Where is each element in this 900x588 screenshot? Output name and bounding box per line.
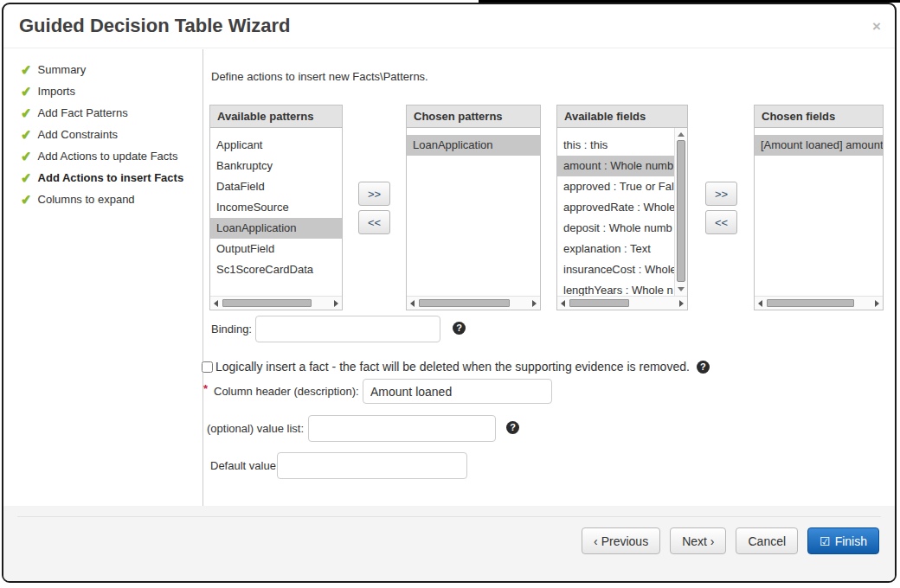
step-add-actions-update[interactable]: ✔Add Actions to update Facts [21,150,202,163]
remove-field-button[interactable]: << [705,210,737,234]
check-icon: ✔ [20,61,32,78]
list-header: Chosen patterns [407,105,540,128]
default-value-input[interactable] [277,452,467,479]
horizontal-scrollbar[interactable] [407,296,540,310]
finish-label: Finish [835,534,867,548]
next-button[interactable]: Next › [670,527,726,554]
remove-pattern-button[interactable]: << [358,210,390,234]
step-add-fact-patterns[interactable]: ✔Add Fact Patterns [21,106,202,119]
step-label: Add Constraints [38,128,119,141]
step-add-constraints[interactable]: ✔Add Constraints [21,128,202,141]
add-pattern-button[interactable]: >> [358,182,390,206]
list-item[interactable]: LoanApplication [407,135,540,156]
binding-input[interactable] [255,316,440,342]
cancel-button[interactable]: Cancel [736,527,798,554]
value-list-input[interactable] [308,415,496,442]
help-icon[interactable]: ? [697,361,710,374]
check-icon: ✔ [20,148,32,164]
list-item[interactable]: DataField [210,176,342,197]
add-field-button[interactable]: >> [705,182,737,206]
scroll-right-icon[interactable] [875,300,879,307]
step-imports[interactable]: ✔Imports [21,85,202,98]
list-body: LoanApplication [407,128,540,296]
step-label: Add Fact Patterns [38,106,128,119]
step-label: Summary [38,63,87,76]
scroll-right-icon[interactable] [334,300,338,307]
list-item[interactable]: LoanApplication [210,218,342,239]
step-summary[interactable]: ✔Summary [21,63,202,76]
list-body: [Amount loaned] amount [755,128,883,296]
list-item[interactable]: OutputField [210,239,342,259]
vertical-scrollbar[interactable] [674,128,687,296]
scroll-right-icon[interactable] [532,300,537,307]
horizontal-scrollbar[interactable] [210,296,342,310]
dialog-footer: ‹ Previous Next › Cancel ☑Finish [3,506,895,581]
list-item[interactable]: lengthYears : Whole n [557,280,674,296]
dialog-header: Guided Decision Table Wizard × [3,4,895,48]
list-item[interactable]: this : this [557,135,674,156]
list-header: Available fields [557,105,687,128]
column-header-label: Column header (description): [214,385,359,398]
list-item[interactable]: Applicant [210,135,342,156]
logical-insert-row: Logically insert a fact - the fact will … [202,360,710,374]
scroll-left-icon[interactable] [410,300,415,307]
chosen-patterns-list: Chosen patterns LoanApplication [406,105,541,310]
check-icon: ✔ [20,105,32,121]
list-item[interactable]: IncomeSource [210,197,342,218]
list-item[interactable]: insuranceCost : Whole [557,259,674,280]
scroll-left-icon[interactable] [758,300,762,307]
horizontal-scrollbar[interactable] [755,296,883,310]
wizard-dialog: Guided Decision Table Wizard × ✔Summary … [2,3,897,583]
list-item[interactable]: amount : Whole numb [557,156,674,176]
close-icon[interactable]: × [872,18,881,35]
available-patterns-list: Available patterns Applicant Bankruptcy … [209,105,343,310]
column-header-input[interactable] [363,379,552,404]
list-item[interactable]: Sc1ScoreCardData [210,259,342,280]
logical-insert-checkbox[interactable] [202,361,213,373]
check-icon: ✔ [20,191,32,208]
list-item[interactable]: deposit : Whole numb [557,218,674,239]
required-marker: * [203,382,208,395]
list-item[interactable]: [Amount loaned] amount [755,135,883,156]
list-item[interactable]: approvedRate : Whole [557,197,674,218]
previous-button[interactable]: ‹ Previous [582,527,660,554]
chosen-fields-list: Chosen fields [Amount loaned] amount [754,105,884,310]
step-label: Columns to expand [38,193,135,206]
scroll-up-icon[interactable] [678,132,685,137]
check-icon: ✔ [20,126,32,143]
scrollbar-thumb[interactable] [222,299,312,307]
help-icon[interactable]: ? [453,322,466,335]
list-header: Available patterns [210,105,342,128]
scroll-left-icon[interactable] [561,300,565,307]
step-label: Imports [38,85,75,98]
scrollbar-thumb[interactable] [767,299,854,307]
step-columns-to-expand[interactable]: ✔Columns to expand [21,193,202,206]
list-body: Applicant Bankruptcy DataField IncomeSou… [210,128,342,296]
scrollbar-thumb[interactable] [419,299,510,307]
scrollbar-thumb[interactable] [677,140,685,282]
scroll-left-icon[interactable] [214,300,218,307]
finish-button[interactable]: ☑Finish [807,527,879,554]
wizard-steps-sidebar: ✔Summary ✔Imports ✔Add Fact Patterns ✔Ad… [3,49,203,506]
available-fields-list: Available fields this : this amount : Wh… [556,105,688,310]
list-item[interactable]: Bankruptcy [210,156,342,176]
finish-check-icon: ☑ [820,534,831,548]
scrollbar-thumb[interactable] [569,299,629,307]
wizard-step-list: ✔Summary ✔Imports ✔Add Fact Patterns ✔Ad… [3,49,202,206]
check-icon: ✔ [20,83,32,99]
check-icon: ✔ [20,169,32,186]
scroll-right-icon[interactable] [679,300,684,307]
list-header: Chosen fields [755,105,883,128]
help-icon[interactable]: ? [506,421,519,434]
footer-divider [17,516,881,517]
scroll-down-icon[interactable] [678,287,685,291]
value-list-label: (optional) value list: [207,422,304,435]
step-add-actions-insert[interactable]: ✔Add Actions to insert Facts [21,171,202,184]
binding-label: Binding: [211,323,252,336]
horizontal-scrollbar[interactable] [557,296,687,310]
dialog-title: Guided Decision Table Wizard [19,15,291,37]
list-item[interactable]: approved : True or Fal [557,176,674,197]
default-value-label: Default value: [210,459,280,472]
list-item[interactable]: explanation : Text [557,239,674,259]
list-body: this : this amount : Whole numb approved… [557,128,674,296]
